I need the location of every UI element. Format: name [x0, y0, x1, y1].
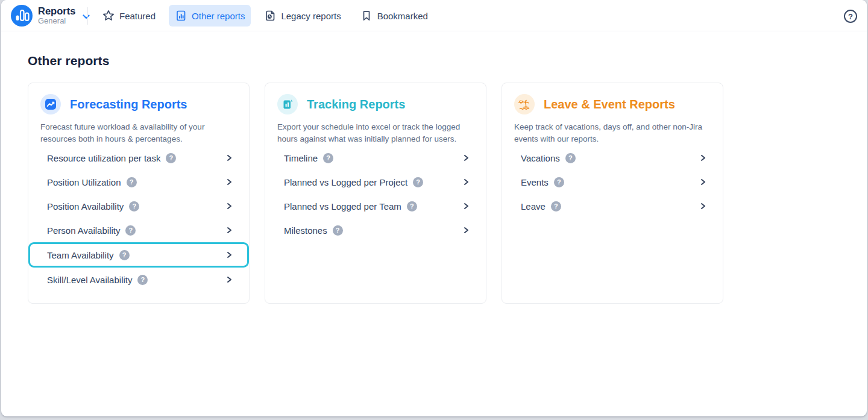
- vacation-island-icon: [514, 94, 535, 114]
- reports-scope-dropdown[interactable]: Reports General: [11, 5, 90, 27]
- report-tabs: Featured Other reports: [96, 5, 434, 27]
- report-row-timeline[interactable]: Timeline ?: [265, 146, 486, 170]
- report-row-position-utilization[interactable]: Position Utilization ?: [28, 170, 249, 194]
- report-row-planned-vs-logged-per-project[interactable]: Planned vs Logged per Project ?: [265, 170, 486, 194]
- chevron-right-icon: [700, 154, 706, 161]
- report-list: Vacations ? Events ? Lea: [502, 146, 723, 230]
- question-badge-icon[interactable]: ?: [119, 250, 130, 260]
- report-chart-icon: [175, 10, 187, 22]
- question-badge-icon[interactable]: ?: [413, 177, 423, 187]
- report-row-milestones[interactable]: Milestones ?: [265, 218, 486, 242]
- chevron-right-icon: [227, 178, 232, 186]
- tab-label: Featured: [119, 11, 156, 21]
- report-label: Timeline: [284, 153, 318, 163]
- report-row-leave[interactable]: Leave ?: [502, 194, 723, 218]
- report-row-team-availability[interactable]: Team Availability ?: [28, 242, 249, 268]
- report-row-skill-level-availability[interactable]: Skill/Level Availability ?: [28, 268, 249, 292]
- question-badge-icon[interactable]: ?: [166, 153, 176, 163]
- report-label: Planned vs Logged per Project: [284, 177, 407, 187]
- question-badge-icon[interactable]: ?: [333, 225, 343, 236]
- question-badge-icon[interactable]: ?: [407, 201, 417, 212]
- chevron-right-icon: [464, 202, 469, 210]
- report-label: Planned vs Logged per Team: [284, 201, 401, 212]
- report-label: Team Availability: [47, 250, 114, 260]
- report-cards: Forecasting Reports Forecast future work…: [28, 83, 840, 304]
- chevron-right-icon: [227, 202, 232, 210]
- chevron-right-icon: [700, 202, 706, 210]
- app-title: Reports: [38, 6, 75, 16]
- report-label: Skill/Level Availability: [47, 275, 132, 285]
- tab-legacy-reports[interactable]: Legacy reports: [258, 5, 347, 27]
- card-header: Forecasting Reports: [28, 94, 249, 114]
- question-badge-icon[interactable]: ?: [137, 275, 148, 285]
- star-icon: [102, 10, 115, 22]
- card-forecasting-reports: Forecasting Reports Forecast future work…: [28, 83, 250, 304]
- report-label: Milestones: [284, 225, 327, 236]
- card-tracking-reports: Tracking Reports Export your schedule in…: [265, 83, 486, 304]
- top-navigation-bar: Reports General Featured: [1, 0, 867, 31]
- bookmark-icon: [360, 10, 373, 22]
- chevron-right-icon: [700, 178, 706, 186]
- card-leave-event-reports: Leave & Event Reports Keep track of vaca…: [502, 83, 723, 304]
- report-label: Position Utilization: [47, 177, 121, 187]
- app-scope: General: [38, 17, 75, 25]
- chevron-right-icon: [464, 178, 469, 186]
- chevron-right-icon: [227, 227, 232, 234]
- chevron-right-icon: [464, 154, 469, 161]
- app-window: Reports General Featured: [1, 0, 867, 416]
- card-title: Tracking Reports: [307, 98, 405, 111]
- report-row-vacations[interactable]: Vacations ?: [502, 146, 723, 170]
- question-badge-icon[interactable]: ?: [565, 153, 576, 163]
- app-title-block: Reports General: [38, 6, 75, 25]
- question-badge-icon[interactable]: ?: [127, 177, 137, 187]
- chevron-right-icon: [227, 154, 232, 161]
- report-label: Events: [521, 177, 549, 187]
- tab-label: Legacy reports: [281, 11, 341, 21]
- help-icon[interactable]: ?: [844, 10, 857, 23]
- report-row-resource-utilization-per-task[interactable]: Resource utilization per task ?: [28, 146, 249, 170]
- report-row-position-availability[interactable]: Position Availability ?: [28, 194, 249, 218]
- card-description: Forecast future workload & availability …: [40, 121, 237, 145]
- main-content: Other reports Forecasting Reports Foreca…: [1, 54, 867, 304]
- header-divider: [87, 7, 88, 25]
- card-header: Tracking Reports: [265, 94, 486, 114]
- report-label: Vacations: [521, 153, 560, 163]
- tab-other-reports[interactable]: Other reports: [169, 5, 251, 27]
- tab-label: Bookmarked: [377, 11, 428, 21]
- card-header: Leave & Event Reports: [502, 94, 723, 114]
- report-label: Position Availability: [47, 201, 124, 212]
- document-chart-icon: [277, 94, 298, 114]
- report-label: Person Availability: [47, 225, 120, 236]
- tab-bookmarked[interactable]: Bookmarked: [354, 5, 434, 27]
- report-row-person-availability[interactable]: Person Availability ?: [28, 218, 249, 242]
- report-row-planned-vs-logged-per-team[interactable]: Planned vs Logged per Team ?: [265, 194, 486, 218]
- page-title: Other reports: [28, 54, 840, 68]
- chevron-right-icon: [227, 276, 232, 283]
- report-row-events[interactable]: Events ?: [502, 170, 723, 194]
- bar-chart-logo-icon: [11, 5, 33, 27]
- card-description: Keep track of vacations, days off, and o…: [514, 121, 711, 145]
- question-badge-icon[interactable]: ?: [323, 153, 333, 163]
- question-badge-icon[interactable]: ?: [554, 177, 564, 187]
- chevron-right-icon: [227, 251, 232, 259]
- card-description: Export your schedule into excel or track…: [277, 121, 474, 145]
- tab-label: Other reports: [192, 11, 245, 21]
- question-badge-icon[interactable]: ?: [125, 225, 136, 236]
- report-label: Leave: [521, 201, 546, 212]
- report-list: Resource utilization per task ? Position…: [28, 146, 249, 303]
- question-glyph: ?: [848, 12, 853, 21]
- card-title: Leave & Event Reports: [544, 98, 675, 111]
- report-clock-icon: [264, 10, 276, 22]
- question-badge-icon[interactable]: ?: [551, 201, 561, 212]
- trend-up-icon: [40, 94, 61, 114]
- chevron-right-icon: [464, 227, 469, 234]
- report-label: Resource utilization per task: [47, 153, 160, 163]
- report-list: Timeline ? Planned vs Logged per Project…: [265, 146, 486, 254]
- tab-featured[interactable]: Featured: [96, 5, 162, 27]
- chevron-down-icon: [83, 14, 90, 19]
- question-badge-icon[interactable]: ?: [129, 201, 139, 212]
- card-title: Forecasting Reports: [70, 98, 187, 111]
